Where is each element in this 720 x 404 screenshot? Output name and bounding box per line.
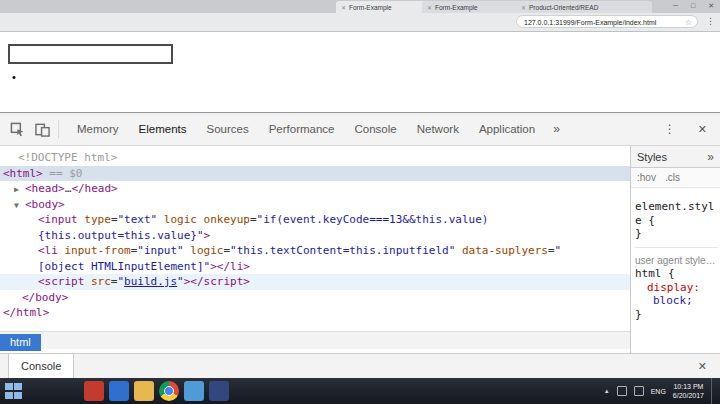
inspect-element-icon[interactable] [10, 122, 25, 137]
css-property-value[interactable]: block; [635, 294, 718, 308]
devtools-tab-network[interactable]: Network [407, 113, 469, 145]
dom-tree-line[interactable]: </html> [0, 305, 630, 321]
code-token: = [548, 244, 555, 257]
language-indicator[interactable]: ENG [651, 388, 666, 395]
pinned-app-red[interactable] [84, 381, 104, 401]
tray-icon[interactable] [617, 386, 627, 396]
element-style-selector[interactable]: element.style { [635, 200, 718, 227]
code-token: = [250, 213, 257, 226]
browser-tab[interactable]: ✕ Product-Oriented/READ [516, 1, 652, 13]
pinned-app-folder[interactable] [134, 381, 154, 401]
code-token: "text" [118, 213, 158, 226]
more-tabs-icon[interactable]: » [545, 122, 568, 136]
dom-tree-line[interactable]: {this.output=this.value}"> [0, 228, 630, 244]
console-drawer-tab[interactable]: Console [8, 354, 74, 379]
code-token: ></script> [184, 275, 250, 288]
devtools-toolbar-right: ⋮ ✕ [664, 122, 720, 136]
styles-rules: element.style { } user agent stylesheet … [631, 188, 720, 321]
sidebar-more-tabs-icon[interactable]: » [707, 150, 714, 164]
dom-tree: <!DOCTYPE html><html> == $0▶<head>…</hea… [0, 146, 630, 331]
dom-tree-line[interactable]: ▼<body> [0, 197, 630, 213]
pinned-app-chrome[interactable] [159, 381, 179, 401]
code-token: = [111, 213, 118, 226]
css-property-name[interactable]: display: [635, 281, 718, 295]
code-token: <html> [3, 167, 43, 180]
tab-styles[interactable]: Styles [637, 151, 667, 163]
browser-menu-icon[interactable]: ⋮ [706, 16, 715, 26]
code-token: </head> [71, 182, 117, 195]
toggle-hover-state-button[interactable]: :hov [637, 172, 656, 183]
code-token: <body> [25, 198, 65, 211]
code-token: {this.output=this.value}" [38, 229, 204, 242]
styles-filter-bar: :hov .cls [631, 168, 720, 188]
toolbar-divider [58, 120, 59, 138]
device-toolbar-icon[interactable] [35, 122, 50, 137]
taskbar-pinned-apps [84, 381, 229, 401]
taskbar-clock[interactable]: 10:13 PM 6/20/2017 [673, 382, 704, 400]
browser-tab-strip: ✕ Form-Example ✕ Form-Example ✕ Product-… [0, 0, 720, 13]
breadcrumb-item-html[interactable]: html [0, 334, 41, 351]
code-token: [object HTMLInputElement]" [38, 260, 210, 273]
maximize-icon[interactable]: □ [691, 2, 695, 10]
start-button-icon[interactable] [5, 383, 22, 399]
sidebar-header: Styles » [631, 146, 720, 168]
dom-tree-line[interactable]: ▶<head>…</head> [0, 181, 630, 197]
dom-tree-line[interactable]: <!DOCTYPE html> [0, 150, 630, 166]
devtools-tab-sources[interactable]: Sources [196, 113, 258, 145]
code-token: == $0 [43, 167, 83, 180]
dom-tree-line[interactable]: <script src="build.js"></script> [0, 274, 630, 290]
devtools-toolbar: Memory Elements Sources Performance Cons… [0, 113, 720, 146]
devtools-close-icon[interactable]: ✕ [698, 123, 707, 136]
bookmark-star-icon[interactable]: ☆ [685, 16, 692, 28]
code-token: <script [38, 275, 84, 288]
code-token: logic onkeyup [157, 213, 250, 226]
window-controls: ─ □ ✕ [673, 2, 714, 10]
code-token: " [555, 244, 562, 257]
devtools-tab-application[interactable]: Application [469, 113, 545, 145]
address-bar[interactable]: 127.0.0.1:31999/Form-Example/index.html … [516, 15, 698, 28]
tray-expand-icon[interactable]: ▲ [604, 388, 610, 394]
devtools-tab-elements[interactable]: Elements [129, 113, 197, 145]
dom-tree-line[interactable]: </body> [0, 290, 630, 306]
browser-tab[interactable]: ✕ Form-Example [336, 1, 430, 13]
element-style-close-brace: } [635, 227, 718, 241]
rule-divider [635, 247, 718, 248]
expanded-arrow-icon[interactable]: ▼ [14, 198, 25, 214]
devtools-menu-icon[interactable]: ⋮ [664, 122, 676, 136]
taskbar: ▲ ENG 10:13 PM 6/20/2017 [0, 378, 720, 404]
dom-tree-line[interactable]: <input type="text" logic onkeyup="if(eve… [0, 212, 630, 228]
close-icon[interactable]: ✕ [708, 2, 714, 10]
code-token: "input" [137, 244, 183, 257]
code-token: </html> [3, 306, 49, 319]
clock-date: 6/20/2017 [673, 391, 704, 400]
pinned-app-lightblue[interactable] [184, 381, 204, 401]
code-token: </body> [22, 291, 68, 304]
browser-tab[interactable]: ✕ Form-Example [422, 1, 524, 13]
dom-tree-line[interactable]: <li input-from="input" logic="this.textC… [0, 243, 630, 259]
tab-close-icon[interactable]: ✕ [521, 4, 526, 11]
pinned-app-blue[interactable] [109, 381, 129, 401]
devtools-tab-memory[interactable]: Memory [67, 113, 129, 145]
tab-close-icon[interactable]: ✕ [341, 4, 346, 11]
devtools-tab-console[interactable]: Console [345, 113, 407, 145]
collapsed-arrow-icon[interactable]: ▶ [14, 182, 25, 198]
show-desktop-button[interactable] [711, 378, 715, 404]
drawer-close-icon[interactable]: ✕ [698, 360, 707, 373]
pinned-app-navy[interactable] [209, 381, 229, 401]
code-token: <!DOCTYPE html> [18, 151, 117, 164]
tray-icon[interactable] [634, 386, 644, 396]
code-token: type [78, 213, 111, 226]
page-text-input[interactable] [8, 44, 173, 64]
code-token: data-suplyers [455, 244, 548, 257]
minimize-icon[interactable]: ─ [673, 2, 678, 10]
rule-selector[interactable]: html { [635, 267, 718, 281]
code-token: ></li> [210, 260, 250, 273]
tab-close-icon[interactable]: ✕ [427, 4, 432, 11]
devtools-tab-performance[interactable]: Performance [259, 113, 345, 145]
dom-tree-line[interactable]: [object HTMLInputElement]"></li> [0, 259, 630, 275]
tab-label: Form-Example [349, 4, 392, 11]
dom-tree-line[interactable]: <html> == $0 [0, 166, 630, 182]
code-token: input-from [58, 244, 131, 257]
breadcrumb: html [0, 331, 630, 349]
toggle-classes-button[interactable]: .cls [665, 172, 680, 183]
